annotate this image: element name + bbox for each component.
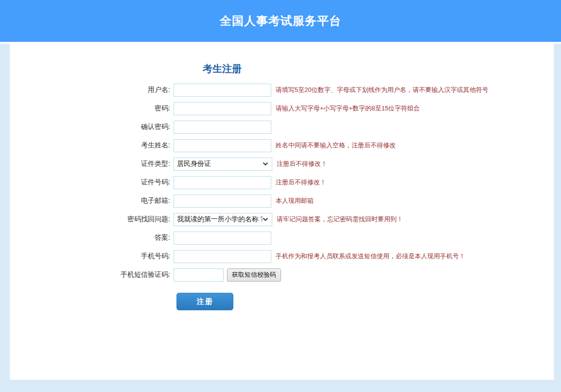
password-label: 密码: (10, 104, 170, 113)
mobile-input[interactable] (174, 250, 271, 263)
page-title: 考生注册 (203, 44, 242, 75)
sms-code-label: 手机短信验证码: (10, 270, 170, 279)
candidate-name-input[interactable] (174, 139, 271, 152)
candidate-name-label: 考生姓名: (10, 141, 170, 150)
form-row-id-type: 证件类型: 居民身份证 注册后不得修改！ (10, 155, 554, 173)
chevron-down-icon (263, 217, 268, 221)
username-label: 用户名: (10, 86, 170, 94)
form-row-id-number: 证件号码: 注册后不得修改！ (10, 173, 554, 192)
form-row-username: 用户名: 请填写5至20位数字、字母或下划线作为用户名，请不要输入汉字或其他符号 (10, 81, 554, 99)
mobile-label: 手机号码: (10, 252, 170, 261)
site-title: 全国人事考试服务平台 (220, 13, 341, 29)
password-input[interactable] (174, 102, 271, 115)
chevron-down-icon (263, 162, 268, 166)
form-row-confirm-password: 确认密码: (10, 118, 554, 136)
answer-label: 答案: (10, 233, 170, 242)
form-row-sms-code: 手机短信验证码: 获取短信校验码 (10, 266, 554, 284)
form-row-password-question: 密码找回问题: 我就读的第一所小学的名称？ 请牢记问题答案，忘记密码需找回时要用… (10, 210, 554, 229)
email-hint: 本人现用邮箱 (276, 196, 314, 205)
form-row-email: 电子邮箱: 本人现用邮箱 (10, 192, 554, 210)
email-field[interactable] (174, 195, 271, 208)
id-number-hint: 注册后不得修改！ (276, 178, 326, 187)
id-type-select[interactable]: 居民身份证 (174, 158, 272, 171)
id-type-label: 证件类型: (10, 160, 170, 168)
password-question-hint: 请牢记问题答案，忘记密码需找回时要用到！ (277, 215, 403, 224)
get-sms-code-button[interactable]: 获取短信校验码 (227, 268, 281, 282)
password-question-label: 密码找回问题: (10, 215, 170, 224)
sms-code-input[interactable] (174, 268, 224, 282)
answer-input[interactable] (174, 232, 271, 245)
password-question-select[interactable]: 我就读的第一所小学的名称？ (174, 213, 272, 226)
id-number-input[interactable] (174, 176, 271, 189)
form-row-candidate-name: 考生姓名: 姓名中间请不要输入空格，注册后不得修改 (10, 136, 554, 155)
confirm-password-input[interactable] (174, 121, 271, 134)
id-type-selected-value: 居民身份证 (177, 160, 263, 168)
mobile-hint: 手机作为和报考人员联系或发送短信使用，必须是本人现用手机号！ (276, 252, 465, 261)
form-row-password: 密码: 请输入大写字母+小写字母+数字的8至15位字符组合 (10, 99, 554, 118)
username-hint: 请填写5至20位数字、字母或下划线作为用户名，请不要输入汉字或其他符号 (276, 86, 489, 94)
password-question-selected-value: 我就读的第一所小学的名称？ (177, 215, 263, 224)
registration-panel: 考生注册 用户名: 请填写5至20位数字、字母或下划线作为用户名，请不要输入汉字… (10, 44, 554, 380)
password-hint: 请输入大写字母+小写字母+数字的8至15位字符组合 (276, 104, 420, 113)
id-type-hint: 注册后不得修改！ (277, 160, 327, 168)
form-row-mobile: 手机号码: 手机作为和报考人员联系或发送短信使用，必须是本人现用手机号！ (10, 247, 554, 266)
candidate-name-hint: 姓名中间请不要输入空格，注册后不得修改 (276, 141, 396, 150)
confirm-password-label: 确认密码: (10, 123, 170, 131)
email-label: 电子邮箱: (10, 196, 170, 205)
id-number-label: 证件号码: (10, 178, 170, 187)
site-header: 全国人事考试服务平台 (0, 0, 561, 42)
register-button[interactable]: 注册 (176, 293, 233, 310)
form-row-answer: 答案: (10, 229, 554, 247)
username-input[interactable] (174, 84, 271, 97)
